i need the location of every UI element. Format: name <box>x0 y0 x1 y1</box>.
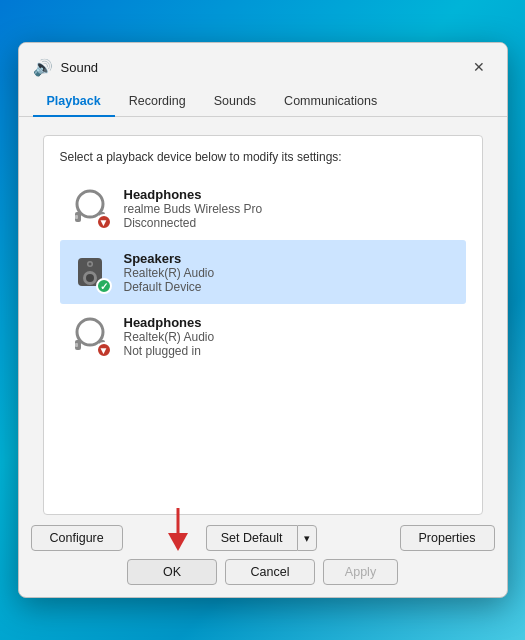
window-title: Sound <box>61 60 99 75</box>
tab-recording[interactable]: Recording <box>115 87 200 117</box>
configure-button[interactable]: Configure <box>31 525 123 551</box>
device-status-1: Default Device <box>124 280 215 294</box>
device-info-2: Headphones Realtek(R) Audio Not plugged … <box>124 315 215 358</box>
close-button[interactable]: ✕ <box>465 53 493 81</box>
tab-communications[interactable]: Communications <box>270 87 391 117</box>
apply-button[interactable]: Apply <box>323 559 398 585</box>
device-item-2[interactable]: ▼ Headphones Realtek(R) Audio Not plugge… <box>60 304 466 368</box>
svg-point-7 <box>86 274 94 282</box>
svg-point-9 <box>88 263 91 266</box>
device-name-0: Headphones <box>124 187 263 202</box>
window-icon: 🔊 <box>33 58 53 77</box>
device-list: ▼ Headphones realme Buds Wireless Pro Di… <box>60 176 466 368</box>
device-icon-wrapper-2: ▼ <box>68 314 112 358</box>
status-badge-2: ▼ <box>96 342 112 358</box>
description-text: Select a playback device below to modify… <box>60 150 466 164</box>
svg-point-10 <box>77 319 103 345</box>
sound-dialog: 🔊 Sound ✕ Playback Recording Sounds Comm… <box>18 42 508 598</box>
device-icon-wrapper-1: ✓ <box>68 250 112 294</box>
device-list-panel: Select a playback device below to modify… <box>43 135 483 515</box>
svg-rect-13 <box>75 343 78 347</box>
device-item-1[interactable]: ✓ Speakers Realtek(R) Audio Default Devi… <box>60 240 466 304</box>
status-badge-0: ▼ <box>96 214 112 230</box>
device-status-0: Disconnected <box>124 216 263 230</box>
tab-playback[interactable]: Playback <box>33 87 115 117</box>
cancel-button[interactable]: Cancel <box>225 559 315 585</box>
device-name-1: Speakers <box>124 251 215 266</box>
device-info-1: Speakers Realtek(R) Audio Default Device <box>124 251 215 294</box>
device-info-0: Headphones realme Buds Wireless Pro Disc… <box>124 187 263 230</box>
device-detail-1: Realtek(R) Audio <box>124 266 215 280</box>
device-status-2: Not plugged in <box>124 344 215 358</box>
ok-button[interactable]: OK <box>127 559 217 585</box>
tab-sounds[interactable]: Sounds <box>200 87 270 117</box>
device-name-2: Headphones <box>124 315 215 330</box>
svg-point-0 <box>77 191 103 217</box>
properties-button[interactable]: Properties <box>400 525 495 551</box>
device-item-0[interactable]: ▼ Headphones realme Buds Wireless Pro Di… <box>60 176 466 240</box>
device-detail-0: realme Buds Wireless Pro <box>124 202 263 216</box>
set-default-group: Set Default ▾ <box>206 525 317 551</box>
content-wrapper: Select a playback device below to modify… <box>31 135 495 515</box>
main-content-area: Select a playback device below to modify… <box>19 117 507 597</box>
device-icon-wrapper-0: ▼ <box>68 186 112 230</box>
set-default-button[interactable]: Set Default <box>206 525 297 551</box>
title-bar: 🔊 Sound ✕ <box>19 43 507 87</box>
title-bar-left: 🔊 Sound <box>33 58 99 77</box>
set-default-dropdown-button[interactable]: ▾ <box>297 525 317 551</box>
tabs-bar: Playback Recording Sounds Communications <box>19 87 507 117</box>
status-badge-1: ✓ <box>96 278 112 294</box>
bottom-row-1: Configure Set Default ▾ Properties <box>31 525 495 551</box>
device-detail-2: Realtek(R) Audio <box>124 330 215 344</box>
bottom-row-2: OK Cancel Apply <box>31 559 495 585</box>
svg-rect-3 <box>75 215 78 219</box>
